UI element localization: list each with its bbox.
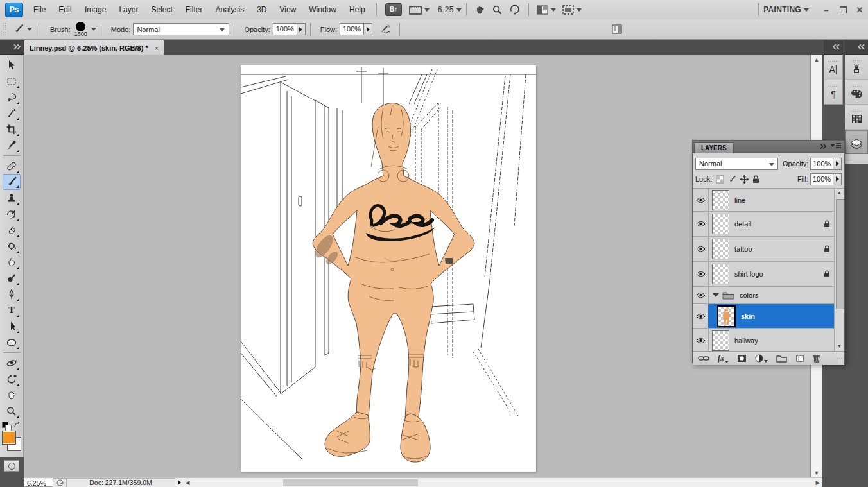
arrange-documents-icon[interactable] (537, 5, 556, 15)
layer-row-tattoo[interactable]: tattoo (693, 237, 844, 262)
quick-mask-button[interactable] (4, 460, 19, 472)
layers-panel-tab[interactable]: LAYERS (694, 142, 734, 153)
layer-style-icon[interactable]: fx (718, 354, 729, 363)
ellipse-tool[interactable] (3, 334, 21, 350)
menu-image[interactable]: Image (78, 1, 112, 19)
visibility-toggle[interactable] (693, 212, 709, 236)
layer-name[interactable]: tattoo (734, 245, 752, 253)
character-panel-button[interactable]: A| (824, 55, 842, 80)
fill-slider-button[interactable] (833, 173, 842, 185)
add-layer-mask-icon[interactable] (737, 354, 747, 363)
layer-name[interactable]: line (734, 196, 745, 204)
lock-pixels-icon[interactable] (728, 175, 736, 184)
panel-menu-icon[interactable] (831, 143, 841, 149)
swatches-panel-button[interactable] (845, 105, 868, 130)
visibility-toggle[interactable] (693, 287, 709, 303)
blend-mode-select[interactable]: Normal (133, 23, 229, 35)
visibility-toggle[interactable] (693, 237, 709, 261)
opacity-slider-button[interactable] (833, 158, 842, 170)
scrollbar-thumb[interactable] (836, 199, 844, 309)
scrollbar-thumb[interactable] (283, 479, 418, 486)
paragraph-panel-button[interactable]: ¶ (824, 80, 842, 104)
rectangular-marquee-tool[interactable] (3, 73, 21, 89)
paint-bucket-tool[interactable] (3, 238, 21, 254)
lock-all-icon[interactable] (752, 175, 759, 184)
flow-field[interactable]: 100% (340, 23, 364, 35)
scroll-right-icon[interactable]: ▶ (813, 479, 822, 486)
link-layers-icon[interactable] (698, 355, 709, 361)
menu-view[interactable]: View (273, 1, 302, 19)
status-zoom-field[interactable]: 6.25% (24, 479, 53, 487)
layers-panel-button[interactable] (845, 130, 868, 154)
hand-tool-icon[interactable] (474, 4, 485, 15)
toolbox-collapse-header[interactable] (0, 40, 24, 55)
layer-row-shirt-logo[interactable]: shirt logo (693, 262, 844, 287)
new-group-icon[interactable] (776, 355, 787, 363)
layer-thumbnail[interactable] (717, 305, 736, 327)
close-tab-icon[interactable]: × (155, 44, 159, 52)
document-canvas[interactable] (241, 65, 536, 472)
document-tab[interactable]: Linney.psd @ 6.25% (skin, RGB/8) * × (24, 40, 164, 55)
layer-name[interactable]: hallway (734, 337, 758, 345)
opacity-slider-button[interactable] (297, 23, 306, 35)
layer-group-row-colors[interactable]: colors (693, 287, 844, 304)
minimize-button[interactable]: – (818, 5, 835, 15)
dodge-tool[interactable] (3, 270, 21, 286)
layer-fill-field[interactable]: 100% (810, 173, 833, 185)
foreground-color-swatch[interactable] (2, 431, 16, 445)
airbrush-toggle-icon[interactable] (379, 24, 392, 35)
brushes-panel-button[interactable] (845, 55, 868, 80)
layer-thumbnail[interactable] (712, 239, 729, 259)
lock-transparency-icon[interactable] (716, 175, 724, 184)
layer-row-skin[interactable]: skin (693, 304, 844, 329)
menu-analysis[interactable]: Analysis (209, 1, 250, 19)
magic-wand-tool[interactable] (3, 105, 21, 121)
visibility-toggle[interactable] (693, 262, 709, 286)
layer-name[interactable]: skin (741, 312, 755, 320)
chevron-down-icon[interactable] (91, 28, 96, 31)
screen-mode-icon[interactable] (562, 5, 582, 15)
bridge-button[interactable]: Br (385, 3, 402, 16)
color-panel-button[interactable] (845, 80, 868, 105)
layer-blend-mode-select[interactable]: Normal (695, 158, 778, 170)
chevron-down-icon[interactable] (456, 8, 462, 12)
drag-grip[interactable] (3, 22, 7, 37)
layer-thumbnail[interactable] (712, 190, 729, 210)
3d-rotate-tool[interactable] (3, 355, 21, 371)
crop-tool[interactable] (3, 121, 21, 137)
menu-window[interactable]: Window (302, 1, 343, 19)
hand-tool[interactable] (3, 387, 21, 403)
adjustment-layer-icon[interactable] (755, 354, 768, 363)
brush-preset-picker[interactable]: 1600 (74, 22, 87, 37)
layer-opacity-field[interactable]: 100% (810, 158, 833, 170)
3d-orbit-tool[interactable] (3, 371, 21, 387)
opacity-field[interactable]: 100% (273, 23, 297, 35)
healing-brush-tool[interactable] (3, 158, 21, 174)
layer-name[interactable]: shirt logo (734, 270, 763, 278)
new-layer-icon[interactable] (795, 354, 804, 363)
close-button[interactable]: ✕ (851, 5, 868, 15)
visibility-toggle[interactable] (693, 189, 709, 211)
document-size-info[interactable]: Doc: 227.1M/359.0M (67, 478, 175, 487)
smudge-tool[interactable] (3, 254, 21, 270)
scroll-up-icon[interactable]: ▲ (835, 189, 844, 198)
layer-thumbnail[interactable] (712, 214, 729, 234)
swap-colors-icon[interactable] (13, 422, 21, 429)
brush-tool[interactable] (3, 174, 21, 190)
delete-layer-icon[interactable] (813, 354, 820, 363)
lock-position-icon[interactable] (740, 175, 749, 184)
menu-layer[interactable]: Layer (112, 1, 144, 19)
panel-resize-grip[interactable] (837, 358, 843, 364)
toggle-panel-icon[interactable] (612, 24, 622, 34)
eyedropper-tool[interactable] (3, 137, 21, 153)
chevron-down-icon[interactable] (804, 8, 809, 12)
restore-button[interactable] (835, 5, 851, 15)
collapse-panel-icon[interactable] (820, 144, 827, 149)
layers-list-scrollbar[interactable]: ▲ ▼ (834, 189, 844, 351)
pen-tool[interactable] (3, 286, 21, 302)
menu-file[interactable]: File (27, 1, 52, 19)
visibility-toggle[interactable] (693, 304, 709, 328)
layer-row-hallway[interactable]: hallway (693, 329, 844, 351)
scroll-left-icon[interactable]: ◀ (183, 479, 192, 486)
group-expand-icon[interactable] (713, 293, 719, 297)
